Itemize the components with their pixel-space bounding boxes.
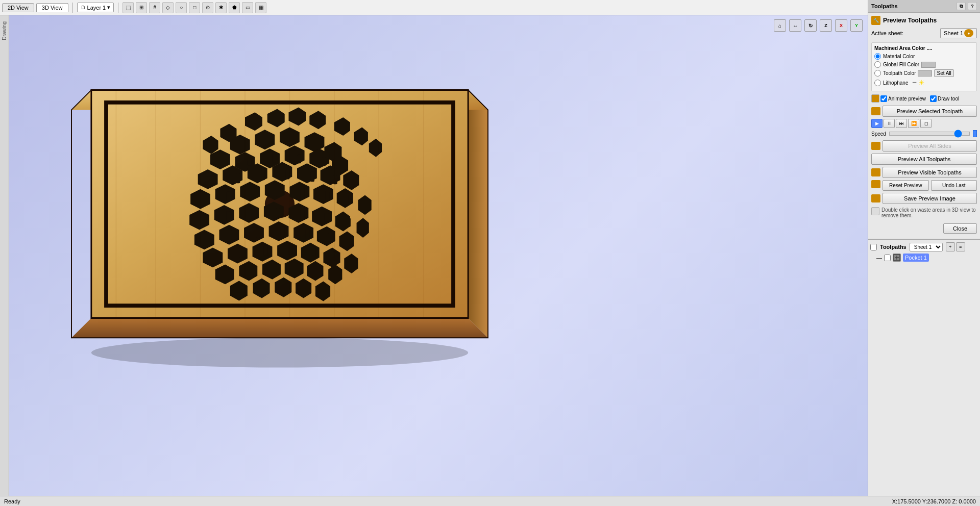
set-all-button[interactable]: Set All <box>934 69 953 77</box>
bottom-toolpaths-panel: Toolpaths Sheet 1 + ≡ — Pocket 1 <box>868 239 980 506</box>
toolpath-color-row: Toolpath Color Set All <box>874 69 974 77</box>
wood-scene-svg <box>50 31 509 377</box>
view-rotate-button[interactable]: ↻ <box>804 19 817 32</box>
pocket1-visibility-checkbox[interactable] <box>884 255 891 261</box>
save-preview-icon <box>871 194 880 203</box>
svg-rect-82 <box>261 170 265 180</box>
view-x-axis[interactable]: X <box>835 19 847 32</box>
svg-rect-97 <box>347 218 351 226</box>
preview-icon: 🔧 <box>871 16 880 25</box>
pause-button[interactable]: ⏸ <box>884 119 895 128</box>
pocket1-item[interactable]: Pocket 1 <box>903 254 929 262</box>
active-sheet-row: Active sheet: Sheet 1 ● <box>871 28 977 38</box>
svg-rect-107 <box>333 251 337 260</box>
preview-selected-icon <box>871 107 880 115</box>
svg-rect-104 <box>264 246 268 256</box>
svg-rect-90 <box>325 191 329 201</box>
toolbar-icon-11[interactable]: ▦ <box>255 2 266 13</box>
left-drawing-panel: Drawing <box>0 15 9 496</box>
preview-all-sides-icon <box>871 142 880 150</box>
play-button[interactable]: ▶ <box>871 119 883 128</box>
svg-rect-98 <box>231 230 235 240</box>
speed-row: Speed <box>871 130 977 137</box>
material-color-radio[interactable] <box>874 53 881 60</box>
step-forward-button[interactable]: ⏭ <box>896 119 907 128</box>
svg-rect-89 <box>301 188 305 198</box>
coordinates-text: X:175.5000 Y:236.7000 Z: 0.0000 <box>892 498 976 504</box>
toolbar-icon-4[interactable]: ◇ <box>162 2 174 13</box>
machined-color-title: Machined Area Color .... <box>874 45 974 51</box>
tab-2d-view[interactable]: 2D View <box>2 3 34 12</box>
panel-restore-button[interactable]: ⧉ <box>957 2 966 10</box>
toolpath-color-swatch[interactable] <box>918 70 932 77</box>
view-y-axis[interactable]: Y <box>850 19 863 32</box>
svg-rect-88 <box>276 187 280 196</box>
preview-selected-button[interactable]: Preview Selected Toolpath <box>883 106 977 117</box>
skip-to-end-button[interactable]: ⏩ <box>908 119 919 128</box>
toolbar-icon-1[interactable]: ⬚ <box>122 2 134 13</box>
toolbar-icon-9[interactable]: ⬟ <box>229 2 240 13</box>
toolbar-icon-5[interactable]: ○ <box>176 2 187 13</box>
view-home-button[interactable]: ⌂ <box>774 19 786 32</box>
close-button-row: Close <box>871 221 977 236</box>
view-z-axis[interactable]: Z <box>820 19 832 32</box>
svg-rect-95 <box>301 210 305 219</box>
toolpaths-add-button[interactable]: + <box>946 242 955 251</box>
toolbar-icon-8[interactable]: ✱ <box>215 2 227 13</box>
toolpaths-label: Toolpaths <box>880 244 906 250</box>
preview-all-sides-button[interactable]: Preview All Sides <box>883 140 977 151</box>
svg-rect-93 <box>251 209 255 219</box>
machined-area-icon <box>871 94 879 103</box>
svg-rect-102 <box>328 233 332 241</box>
toolpaths-menu-button[interactable]: ≡ <box>956 242 965 251</box>
svg-rect-101 <box>306 229 310 239</box>
separator-2 <box>118 3 118 13</box>
toolbar-icon-3[interactable]: # <box>149 2 160 13</box>
right-panel: Toolpaths ⧉ ? 🔧 Preview Toolpaths Active… <box>868 0 980 506</box>
svg-rect-79 <box>297 155 301 163</box>
toolbar-icon-10[interactable]: ▭ <box>242 2 253 13</box>
close-button[interactable]: Close <box>943 223 977 234</box>
main-3d-view[interactable]: ⌂ ↔ ↻ Z X Y <box>9 15 868 496</box>
machined-area-color-section: Machined Area Color .... Material Color … <box>871 42 977 91</box>
toolpaths-header: Toolpaths Sheet 1 + ≡ <box>870 242 978 251</box>
save-preview-image-button[interactable]: Save Preview Image <box>883 193 977 204</box>
svg-rect-77 <box>248 156 252 165</box>
speed-slider[interactable] <box>889 132 970 136</box>
draw-tool-checkbox[interactable] <box>930 95 937 102</box>
svg-rect-103 <box>239 247 243 257</box>
preview-toolpaths-title: 🔧 Preview Toolpaths <box>871 16 977 25</box>
sheet-selector[interactable]: Sheet 1 <box>910 243 943 251</box>
reset-preview-button[interactable]: Reset Preview <box>883 180 929 191</box>
undo-last-button[interactable]: Undo Last <box>931 180 977 191</box>
global-fill-color-row: Global Fill Color <box>874 61 974 68</box>
active-sheet-button[interactable]: Sheet 1 ● <box>940 28 977 38</box>
stop-button[interactable]: ◻ <box>920 119 932 128</box>
toolpaths-action-buttons: + ≡ <box>946 242 965 251</box>
svg-rect-81 <box>236 173 240 183</box>
preview-visible-button[interactable]: Preview Visible Toolpaths <box>883 167 977 178</box>
toolbar-icon-6[interactable]: □ <box>189 2 200 13</box>
animate-preview-checkbox[interactable] <box>880 95 887 102</box>
speed-indicator <box>973 130 977 137</box>
toolpaths-checkbox[interactable] <box>870 244 877 250</box>
panel-help-button[interactable]: ? <box>968 2 977 10</box>
global-fill-swatch[interactable] <box>921 62 936 68</box>
view-arrows-button[interactable]: ↔ <box>789 19 801 32</box>
toolbar-icon-2[interactable]: ⊞ <box>136 2 147 13</box>
tab-3d-view[interactable]: 3D View <box>36 3 68 12</box>
svg-rect-80 <box>322 157 326 166</box>
toolpath-color-radio[interactable] <box>874 70 881 77</box>
pocket1-icon <box>893 254 901 262</box>
preview-all-toolpaths-button[interactable]: Preview All Toolpaths <box>871 154 977 165</box>
global-fill-color-radio[interactable] <box>874 61 881 68</box>
svg-rect-105 <box>288 245 292 255</box>
top-toolbar: 2D View 3D View 🗋 Layer 1 ▾ ⬚ ⊞ # ◇ ○ □ … <box>0 0 980 15</box>
sun-icon: ☀ <box>918 79 925 87</box>
svg-rect-96 <box>324 213 328 221</box>
toolbar-icon-7[interactable]: ⊙ <box>202 2 213 13</box>
layer-selector[interactable]: 🗋 Layer 1 ▾ <box>77 3 114 12</box>
lithophane-radio[interactable] <box>874 80 881 86</box>
info-row: Double click on waste areas in 3D view t… <box>871 207 977 218</box>
reset-undo-row: Reset Preview Undo Last <box>871 180 977 191</box>
